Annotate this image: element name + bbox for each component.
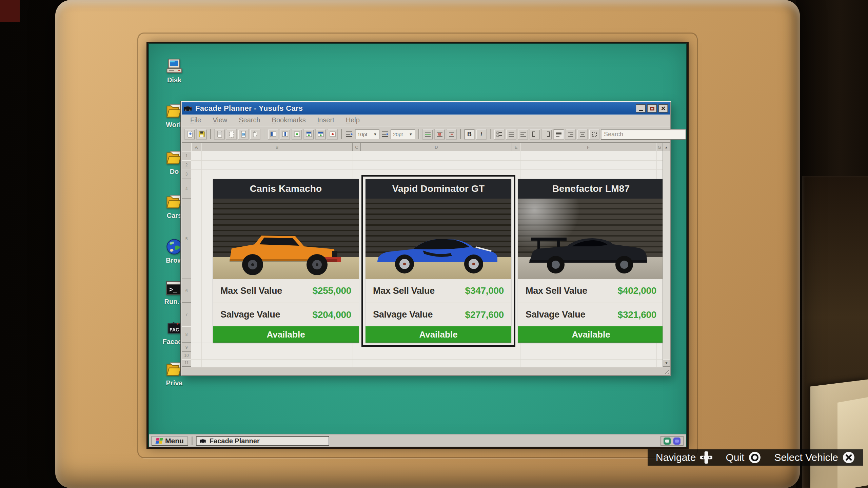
menu-search[interactable]: Search (233, 116, 266, 124)
vehicle-photo (213, 199, 359, 279)
search-input[interactable] (601, 129, 685, 139)
panel-record-button[interactable] (327, 129, 338, 140)
indent-decrease-button[interactable] (530, 129, 540, 140)
panel-split-button[interactable] (280, 129, 290, 140)
vehicle-card-lm87[interactable]: Benefactor LM87 (518, 179, 663, 343)
menu-bookmarks[interactable]: Bookmarks (266, 116, 312, 124)
close-button[interactable]: ✕ (658, 104, 668, 113)
align-justify-button[interactable] (553, 129, 564, 140)
align-center-button[interactable] (577, 129, 588, 140)
numbered-list-button[interactable] (494, 129, 505, 140)
svg-text:FAC: FAC (170, 327, 179, 332)
bold-button[interactable]: B (464, 129, 475, 140)
column-header-g[interactable]: G (656, 143, 663, 151)
availability-badge[interactable]: Available (366, 326, 511, 343)
salvage-value: $204,000 (313, 309, 351, 320)
menu-file[interactable]: File (184, 116, 207, 124)
menu-help[interactable]: Help (340, 116, 366, 124)
start-menu-button[interactable]: Menu (152, 436, 188, 446)
align-left-button[interactable] (518, 129, 528, 140)
spacing-size-dropdown[interactable]: 20pt ▼ (391, 129, 415, 139)
panel-left-button[interactable] (268, 129, 278, 140)
minimize-icon (639, 110, 643, 111)
room-shelf-corner (0, 0, 20, 22)
column-header-d[interactable]: D (361, 143, 512, 151)
scrollbar-track[interactable] (663, 151, 670, 359)
row-header[interactable]: 4 (182, 179, 191, 199)
menu-bar: File View Search Bookmarks Insert Help (182, 115, 670, 126)
row-header[interactable]: 9 (182, 343, 191, 352)
tray-display-icon[interactable] (673, 438, 680, 445)
row-header[interactable]: 3 (182, 169, 191, 179)
vehicle-card-dominator[interactable]: Vapid Dominator GT (366, 179, 511, 343)
row-header[interactable]: 2 (182, 160, 191, 169)
row-header[interactable]: 10 (182, 352, 191, 359)
scene: Disk Work Do Cars (0, 0, 868, 488)
menu-insert[interactable]: Insert (312, 116, 340, 124)
row-header[interactable]: 7 (182, 303, 191, 326)
page-layout-button[interactable] (226, 129, 237, 140)
tray-network-icon[interactable] (664, 438, 671, 445)
resize-grip[interactable] (663, 368, 669, 374)
vehicle-name: Vapid Dominator GT (366, 179, 511, 199)
chevron-down-icon: ▼ (409, 132, 413, 136)
window-titlebar[interactable]: Facade Planner - Yusufs Cars ✕ (182, 102, 670, 115)
search-button[interactable] (685, 129, 687, 139)
maximize-button[interactable] (647, 104, 657, 113)
column-header-b[interactable]: B (201, 143, 353, 151)
copy-pages-button[interactable] (250, 129, 260, 140)
font-size-dropdown[interactable]: 10pt ▼ (355, 129, 379, 139)
salvage-label: Salvage Value (373, 309, 433, 320)
row-header[interactable]: 5 (182, 199, 191, 279)
salvage-row: Salvage Value $204,000 (213, 303, 359, 326)
max-sell-value: $402,000 (618, 285, 656, 296)
insert-row-above-button[interactable] (422, 129, 433, 140)
column-header-a[interactable]: A (191, 143, 201, 151)
row-header[interactable]: 8 (182, 326, 191, 343)
new-document-button[interactable] (184, 129, 195, 140)
gridline (191, 359, 663, 360)
row-header[interactable]: 1 (182, 151, 191, 160)
max-sell-label: Max Sell Value (373, 286, 435, 296)
vertical-scrollbar[interactable]: ▼ (663, 151, 670, 367)
panel-top-alt-button[interactable] (315, 129, 326, 140)
gridline (191, 343, 663, 343)
vehicle-image-kamacho (219, 227, 352, 278)
menu-view[interactable]: View (207, 116, 233, 124)
availability-badge[interactable]: Available (213, 326, 359, 343)
insert-image-button[interactable] (238, 129, 249, 140)
availability-badge[interactable]: Available (518, 326, 663, 343)
panel-top-button[interactable] (303, 129, 314, 140)
status-bar (182, 367, 670, 375)
minimize-button[interactable] (636, 104, 646, 113)
italic-button[interactable]: I (476, 129, 487, 140)
vehicle-image-lm87 (525, 227, 657, 278)
row-header[interactable]: 6 (182, 279, 191, 303)
vehicle-name: Benefactor LM87 (518, 179, 663, 199)
column-header-f[interactable]: F (520, 143, 656, 151)
save-button[interactable] (196, 129, 207, 140)
search-box (601, 129, 687, 140)
taskbar-task-facade-planner[interactable]: Facade Planner (196, 436, 329, 446)
line-spacing-control: 10pt ▼ (345, 129, 379, 140)
scroll-down-button[interactable]: ▼ (663, 359, 670, 367)
indent-increase-button[interactable] (541, 129, 552, 140)
vehicle-card-kamacho[interactable]: Canis Kamacho (213, 179, 359, 343)
clear-format-button[interactable] (589, 129, 599, 140)
column-header-c[interactable]: C (353, 143, 361, 151)
corner-cell[interactable] (182, 143, 191, 151)
scroll-up-button[interactable]: ▲ (663, 143, 670, 151)
panel-marker-button[interactable] (292, 129, 302, 140)
app-icon (184, 105, 193, 112)
row-header[interactable]: 11 (182, 359, 191, 367)
salvage-label: Salvage Value (220, 309, 280, 320)
insert-cell-button[interactable] (434, 129, 445, 140)
align-right-button[interactable] (565, 129, 576, 140)
delete-row-button[interactable] (446, 129, 457, 140)
print-document-button[interactable] (214, 129, 225, 140)
desktop-icon-disk[interactable]: Disk (154, 58, 195, 84)
toolbar-separator (264, 129, 264, 139)
column-header-e[interactable]: E (512, 143, 520, 151)
bulleted-list-button[interactable] (506, 129, 516, 140)
max-sell-value: $347,000 (465, 285, 504, 296)
